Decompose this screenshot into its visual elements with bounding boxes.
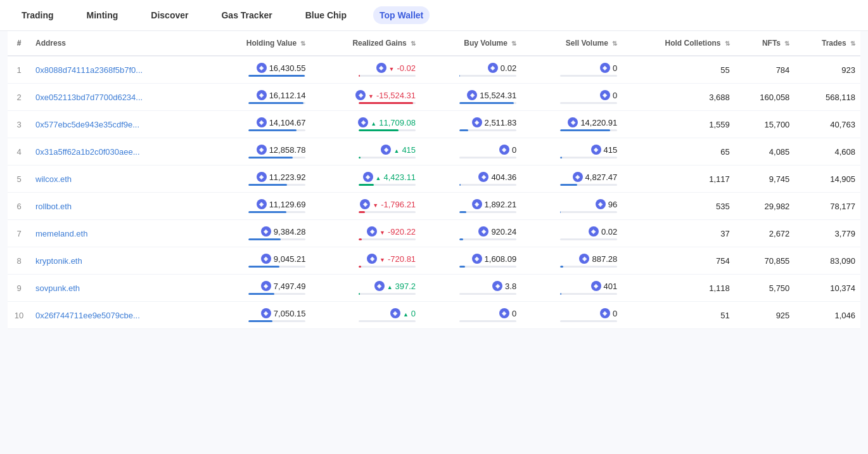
holding-amount: 9,384.28	[274, 227, 306, 237]
buy-amount: 15,524.31	[480, 91, 516, 100]
realized-bar-fill	[359, 266, 361, 268]
buy-bar-track	[459, 129, 516, 131]
cell-trades: 40,763	[795, 111, 860, 138]
cell-address[interactable]: kryptonik.eth	[30, 247, 207, 275]
buy-bar-track	[459, 238, 516, 240]
col-buy[interactable]: Buy Volume ⇅	[421, 31, 521, 56]
cell-address[interactable]: 0x8088d74111a2368f5b7f0...	[30, 56, 207, 84]
nav-blue-chip[interactable]: Blue Chip	[299, 6, 353, 24]
table-container: # Address Holding Value ⇅ Realized Gains…	[0, 31, 868, 329]
sell-bar-track	[560, 238, 617, 240]
arrow-down-icon	[380, 227, 385, 237]
realized-bar-track	[359, 75, 416, 77]
cell-address[interactable]: 0x577ebc5de943e35cdf9e...	[30, 111, 207, 138]
cell-holding-value: ◈ 16,430.55	[207, 56, 311, 84]
buy-bar-fill	[459, 211, 466, 213]
cell-nfts: 5,750	[735, 275, 795, 302]
eth-icon: ◈	[390, 308, 400, 318]
eth-icon: ◈	[472, 117, 482, 127]
realized-bar-track	[359, 293, 416, 295]
realized-bar-fill	[359, 75, 360, 77]
cell-address[interactable]: rollbot.eth	[30, 193, 207, 220]
buy-bar-track	[459, 157, 516, 159]
cell-realized-gains: ◈ 0	[310, 302, 421, 329]
sell-amount: 96	[608, 200, 617, 209]
sell-bar-fill	[560, 184, 577, 186]
buy-bar-fill	[459, 184, 461, 186]
holding-amount: 16,430.55	[269, 63, 306, 73]
cell-buy-volume: ◈ 0	[421, 302, 521, 329]
sell-amount: 415	[604, 145, 618, 155]
holding-bar-fill	[248, 157, 292, 159]
realized-bar-fill	[359, 129, 399, 131]
eth-icon: ◈	[600, 90, 610, 100]
cell-address[interactable]: 0x31a5ff62a1b2c0f030aee...	[30, 138, 207, 165]
eth-icon: ◈	[596, 199, 606, 209]
cell-address[interactable]: 0xe052113bd7d7700d6234...	[30, 84, 207, 111]
eth-icon: ◈	[600, 308, 610, 318]
nav-trading[interactable]: Trading	[15, 6, 60, 24]
col-hold-col[interactable]: Hold Colletions ⇅	[622, 31, 735, 56]
realized-amount: 4,423.11	[383, 172, 416, 182]
cell-sell-volume: ◈ 0	[521, 56, 622, 84]
sell-bar-track	[560, 129, 617, 131]
cell-buy-volume: ◈ 1,608.09	[421, 247, 521, 275]
buy-bar-track	[459, 184, 516, 186]
col-sell[interactable]: Sell Volume ⇅	[521, 31, 622, 56]
cell-address[interactable]: wilcox.eth	[30, 165, 207, 193]
buy-bar-fill	[459, 75, 460, 77]
cell-buy-volume: ◈ 0	[421, 138, 521, 165]
cell-buy-volume: ◈ 2,511.83	[421, 111, 521, 138]
cell-hold-collections: 3,688	[622, 84, 735, 111]
table-row: 7memeland.eth ◈ 9,384.28 ◈ -920.22 ◈	[8, 220, 860, 247]
realized-amount: -920.22	[388, 227, 416, 237]
cell-hold-collections: 51	[622, 302, 735, 329]
cell-trades: 923	[795, 56, 860, 84]
cell-sell-volume: ◈ 0	[521, 302, 622, 329]
holding-bar-track	[248, 157, 305, 159]
cell-rank: 3	[8, 111, 30, 138]
sell-amount: 0	[613, 309, 617, 318]
cell-holding-value: ◈ 12,858.78	[207, 138, 311, 165]
realized-bar-track	[359, 266, 416, 268]
realized-bar-fill	[359, 102, 413, 104]
cell-hold-collections: 65	[622, 138, 735, 165]
sell-amount: 0	[613, 91, 617, 100]
holding-amount: 11,129.69	[269, 200, 306, 209]
sell-bar-track	[560, 320, 617, 322]
realized-amount: 0	[411, 309, 416, 318]
cell-sell-volume: ◈ 887.28	[521, 247, 622, 275]
holding-bar-track	[248, 75, 305, 77]
nav-gas-tracker[interactable]: Gas Tracker	[215, 6, 278, 24]
sell-amount: 0	[613, 63, 617, 73]
eth-icon: ◈	[467, 90, 477, 100]
buy-amount: 0	[512, 145, 516, 155]
realized-bar-track	[359, 211, 416, 213]
buy-amount: 0.02	[501, 63, 516, 73]
sell-bar-fill	[560, 157, 562, 159]
cell-sell-volume: ◈ 0.02	[521, 220, 622, 247]
eth-icon: ◈	[261, 308, 271, 318]
col-holding[interactable]: Holding Value ⇅	[207, 31, 311, 56]
sort-sell-icon: ⇅	[612, 40, 617, 47]
cell-rank: 2	[8, 84, 30, 111]
nav-minting[interactable]: Minting	[80, 6, 125, 24]
eth-icon: ◈	[257, 90, 267, 100]
col-nfts[interactable]: NFTs ⇅	[735, 31, 795, 56]
realized-amount: 397.2	[395, 282, 416, 291]
cell-nfts: 15,700	[735, 111, 795, 138]
col-realized[interactable]: Realized Gains ⇅	[310, 31, 421, 56]
sell-bar-track	[560, 293, 617, 295]
nav-discover[interactable]: Discover	[144, 6, 195, 24]
cell-holding-value: ◈ 9,045.21	[207, 247, 311, 275]
cell-address[interactable]: sovpunk.eth	[30, 275, 207, 302]
col-trades[interactable]: Trades ⇅	[795, 31, 860, 56]
nav-top-wallet[interactable]: Top Wallet	[373, 6, 430, 24]
cell-address[interactable]: 0x26f744711ee9e5079cbe...	[30, 302, 207, 329]
cell-rank: 8	[8, 247, 30, 275]
cell-address[interactable]: memeland.eth	[30, 220, 207, 247]
sell-bar-fill	[560, 129, 610, 131]
realized-bar-fill	[359, 293, 360, 295]
buy-amount: 1,608.09	[485, 254, 517, 264]
arrow-up-icon	[371, 118, 376, 127]
